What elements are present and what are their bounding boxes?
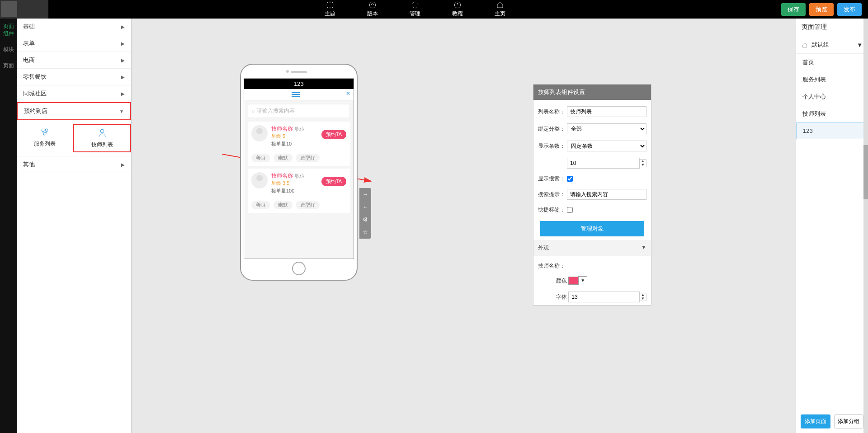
phone-title: 123 <box>244 79 354 89</box>
tech-position: 职位 <box>295 173 305 179</box>
nav-manage[interactable]: 管理 <box>410 1 420 18</box>
select-count-mode[interactable]: 固定条数 <box>567 141 646 151</box>
tag: 善良 <box>251 201 270 209</box>
page-item-tech-list[interactable]: 技师列表 <box>796 105 868 122</box>
color-dropdown[interactable]: ▼ <box>578 276 587 285</box>
subitem-tech-list[interactable]: 技师列表 <box>73 124 132 152</box>
page-item-profile[interactable]: 个人中心 <box>796 88 868 105</box>
input-search-hint[interactable] <box>567 189 646 200</box>
chevron-right-icon: ▶ <box>121 41 125 46</box>
settings-title: 技师列表组件设置 <box>533 85 651 100</box>
svg-point-5 <box>43 132 46 135</box>
tech-name: 技师名称 <box>271 173 293 179</box>
top-bar: 主题 版本 管理 教程 主页 保存 预览 发布 <box>0 0 868 19</box>
tool-link-icon[interactable]: ⚙ <box>359 213 371 226</box>
label-list-name: 列表名称： <box>538 108 567 116</box>
publish-button[interactable]: 发布 <box>837 3 862 16</box>
nav-tutorial[interactable]: 教程 <box>452 1 463 18</box>
checkbox-quick-tag[interactable] <box>567 207 573 213</box>
avatar <box>251 172 268 188</box>
page-manager-panel: 页面管理 默认组 ▼ 首页 服务列表 个人中心 技师列表 123 添加页面 添加… <box>796 19 868 433</box>
menu-icon <box>292 91 300 97</box>
tech-card[interactable]: 技师名称职位 星级 5 接单量10 预约TA 善良 幽默 造型好 <box>248 122 350 166</box>
page-item-123[interactable]: 123 <box>796 122 868 139</box>
book-button[interactable]: 预约TA <box>321 130 346 139</box>
chevron-down-icon: ▼ <box>119 109 124 114</box>
nav-home[interactable]: 主页 <box>495 1 505 18</box>
add-group-button[interactable]: 添加分组 <box>834 414 864 428</box>
tag: 幽默 <box>274 154 292 162</box>
chevron-right-icon: ▶ <box>121 91 125 96</box>
count-stepper[interactable]: ▲▼ <box>640 159 646 167</box>
color-swatch[interactable] <box>568 277 578 285</box>
label-color: 颜色 <box>538 277 567 285</box>
tag: 造型好 <box>296 154 320 162</box>
preview-button[interactable]: 预览 <box>809 3 834 16</box>
page-item-service-list[interactable]: 服务列表 <box>796 71 868 88</box>
add-page-button[interactable]: 添加页面 <box>801 414 830 428</box>
phone-home-button <box>292 262 306 275</box>
save-button[interactable]: 保存 <box>781 3 806 16</box>
nav-version[interactable]: 版本 <box>367 1 378 18</box>
select-category[interactable]: 全部 <box>567 123 646 134</box>
page-group[interactable]: 默认组 ▼ <box>796 36 868 54</box>
nav-theme[interactable]: 主题 <box>325 1 335 18</box>
svg-point-3 <box>42 129 44 132</box>
manage-object-button[interactable]: 管理对象 <box>540 221 644 236</box>
phone-menubar[interactable]: ✕ <box>244 89 354 100</box>
canvas: 123 ✕ 请输入搜索内容 技师名称职位 星级 5 接单量10 预约TA 善良 … <box>132 19 796 433</box>
tab-page-components[interactable]: 页面 组件 <box>0 19 17 42</box>
acc-retail[interactable]: 零售餐饮▶ <box>17 69 131 85</box>
checkbox-show-search[interactable] <box>567 176 573 182</box>
label-category: 绑定分类： <box>538 125 567 133</box>
chevron-right-icon: ▶ <box>121 24 125 29</box>
font-stepper[interactable]: ▲▼ <box>640 293 646 301</box>
book-button[interactable]: 预约TA <box>321 177 346 186</box>
tech-position: 职位 <box>295 126 305 132</box>
tool-back-icon[interactable]: ← <box>359 201 371 213</box>
section-appearance[interactable]: 外观▼ <box>533 240 651 256</box>
tag: 善良 <box>251 154 270 162</box>
tech-orders: 接单量100 <box>251 188 346 194</box>
tool-forward-icon[interactable]: → <box>359 188 371 201</box>
input-font-size[interactable] <box>568 292 640 302</box>
acc-basic[interactable]: 基础▶ <box>17 19 131 35</box>
acc-community[interactable]: 同城社区▶ <box>17 85 131 102</box>
tool-star-icon[interactable]: ☆ <box>359 226 371 239</box>
svg-point-4 <box>45 129 48 132</box>
chevron-down-icon: ▼ <box>641 244 646 252</box>
acc-other[interactable]: 其他▶ <box>17 156 131 173</box>
logo-area <box>0 0 48 19</box>
tech-card[interactable]: 技师名称职位 星级 3.5 接单量100 预约TA 善良 幽默 造型好 <box>248 169 350 213</box>
acc-booking[interactable]: 预约到店▼ <box>17 102 131 120</box>
phone-side-tools: → ← ⚙ ☆ <box>359 188 371 239</box>
subitem-service-list[interactable]: 服务列表 <box>17 124 73 152</box>
tech-name: 技师名称 <box>271 126 293 132</box>
tab-modules[interactable]: 模块 <box>0 42 17 58</box>
tag: 造型好 <box>296 201 320 209</box>
settings-panel: 技师列表组件设置 列表名称： 绑定分类：全部 显示条数：固定条数 ▲▼ 显示搜索… <box>533 84 651 306</box>
tab-pages[interactable]: 页面 <box>0 58 17 74</box>
label-font: 字体 <box>538 293 567 301</box>
page-item-home[interactable]: 首页 <box>796 54 868 71</box>
label-quick-tag: 快捷标签： <box>538 206 567 214</box>
left-tabs: 页面 组件 模块 页面 <box>0 19 17 433</box>
phone-preview: 123 ✕ 请输入搜索内容 技师名称职位 星级 5 接单量10 预约TA 善良 … <box>240 64 358 281</box>
input-count[interactable] <box>567 158 640 169</box>
chevron-right-icon: ▶ <box>121 58 125 63</box>
phone-searchbox[interactable]: 请输入搜索内容 <box>248 104 350 118</box>
component-panel: 基础▶ 表单▶ 电商▶ 零售餐饮▶ 同城社区▶ 预约到店▼ 服务列表 技师列表 … <box>17 19 132 433</box>
acc-form[interactable]: 表单▶ <box>17 35 131 52</box>
top-nav: 主题 版本 管理 教程 主页 <box>48 1 781 18</box>
acc-ecommerce[interactable]: 电商▶ <box>17 52 131 68</box>
scrollbar-thumb[interactable] <box>863 145 868 199</box>
close-icon[interactable]: ✕ <box>346 90 350 97</box>
svg-point-0 <box>369 2 376 8</box>
phone-screen[interactable]: 123 ✕ 请输入搜索内容 技师名称职位 星级 5 接单量10 预约TA 善良 … <box>244 78 354 259</box>
avatar <box>251 125 268 141</box>
label-count: 显示条数： <box>538 142 567 150</box>
scrollbar-track[interactable] <box>863 19 868 433</box>
chevron-right-icon: ▶ <box>121 75 125 80</box>
input-list-name[interactable] <box>567 106 646 117</box>
tech-orders: 接单量10 <box>251 141 346 147</box>
